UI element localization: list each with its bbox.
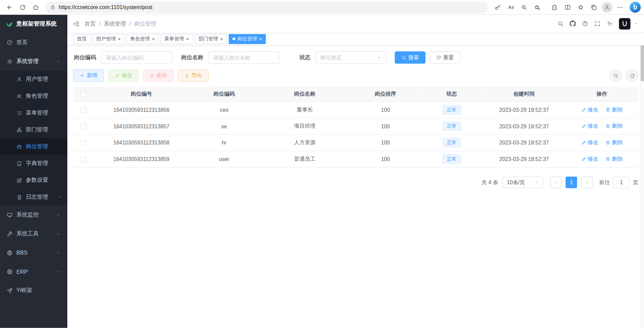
- row-edit-button[interactable]: 修改: [581, 139, 598, 146]
- row-checkbox[interactable]: [80, 157, 86, 162]
- post-name-input[interactable]: [208, 52, 279, 64]
- sidebar-item-param-settings[interactable]: 参数设置: [0, 172, 67, 189]
- avatar-caret-icon[interactable]: [634, 22, 638, 26]
- tab-post-management[interactable]: 岗位管理 ×: [229, 34, 266, 44]
- gear-icon: [7, 58, 13, 64]
- sidebar-toggle-button[interactable]: [73, 20, 80, 27]
- browser-password-button[interactable]: [492, 1, 504, 13]
- tab-home[interactable]: 首页: [73, 34, 90, 44]
- sidebar-item-post-management[interactable]: 岗位管理: [0, 138, 67, 155]
- row-delete-button[interactable]: 删除: [605, 155, 622, 163]
- row-delete-button[interactable]: 删除: [605, 123, 622, 130]
- sidebar-item-erp[interactable]: ERP: [0, 262, 67, 281]
- row-edit-button[interactable]: 修改: [581, 123, 598, 130]
- browser-back-button[interactable]: [3, 1, 16, 13]
- header-font-size-button[interactable]: [607, 21, 613, 27]
- tab-dept-management[interactable]: 部门管理 ×: [195, 34, 227, 44]
- edit-button[interactable]: 修改: [108, 69, 139, 82]
- page-size-value: 10条/页: [507, 178, 525, 186]
- browser-favorites-button[interactable]: [575, 1, 587, 13]
- reset-button[interactable]: 重置: [430, 52, 461, 64]
- prev-page-button[interactable]: [550, 176, 562, 188]
- tab-role-management[interactable]: 角色管理 ×: [127, 34, 159, 44]
- browser-zoom-button[interactable]: [518, 1, 530, 13]
- reset-button-label: 重置: [443, 54, 454, 61]
- browser-extensions-button[interactable]: [548, 1, 561, 13]
- page-size-select[interactable]: 10条/页: [502, 176, 543, 188]
- globe-icon: [7, 250, 13, 256]
- row-delete-button[interactable]: 删除: [605, 139, 622, 146]
- row-delete-button[interactable]: 删除: [605, 106, 622, 113]
- row-checkbox[interactable]: [80, 140, 86, 146]
- browser-add-favorite-button[interactable]: [531, 1, 543, 13]
- breadcrumb-home[interactable]: 首页: [84, 20, 96, 27]
- sidebar-item-log-management[interactable]: 日志管理: [0, 189, 67, 205]
- current-page-button[interactable]: 1: [566, 176, 577, 188]
- chevron-down-icon: [56, 269, 61, 274]
- tab-user-management[interactable]: 用户管理 ×: [93, 34, 125, 44]
- goto-page-input[interactable]: [613, 176, 630, 188]
- sidebar-item-dict-management[interactable]: 字典管理: [0, 155, 67, 172]
- search-button[interactable]: 搜索: [395, 52, 426, 64]
- page-scrollbar[interactable]: [640, 15, 644, 328]
- bing-icon[interactable]: b: [630, 2, 641, 13]
- browser-collections-button[interactable]: [588, 1, 600, 13]
- row-edit-label: 修改: [587, 123, 598, 130]
- tab-close-icon[interactable]: ×: [152, 36, 155, 41]
- refresh-table-button[interactable]: [626, 69, 638, 82]
- collections-icon: [590, 4, 597, 11]
- browser-read-aloud-button[interactable]: [505, 1, 517, 13]
- status-select[interactable]: 岗位状态: [315, 52, 386, 64]
- sidebar-item-yi-framework[interactable]: Yi框架: [0, 281, 67, 300]
- header-help-button[interactable]: [582, 21, 588, 27]
- sidebar-item-bbs[interactable]: BBS: [0, 243, 67, 262]
- browser-profile-button[interactable]: [602, 2, 612, 12]
- filter-status: 状态 岗位状态: [287, 52, 386, 64]
- row-checkbox[interactable]: [80, 124, 86, 129]
- site-lock-icon: [50, 4, 56, 10]
- browser-home-button[interactable]: [30, 1, 42, 13]
- download-icon: [184, 73, 190, 78]
- header-post-id: 岗位编号: [94, 87, 189, 101]
- tab-label: 部门管理: [198, 35, 218, 42]
- browser-refresh-button[interactable]: [16, 1, 29, 13]
- breadcrumb-system[interactable]: 系统管理: [104, 20, 126, 27]
- select-all-checkbox[interactable]: [80, 91, 86, 97]
- refresh-icon: [436, 55, 441, 60]
- sidebar-item-system-monitor[interactable]: 系统监控: [0, 205, 67, 224]
- header-fullscreen-button[interactable]: [594, 21, 600, 27]
- question-icon: [582, 21, 588, 27]
- header-search-button[interactable]: [557, 21, 564, 27]
- sidebar-item-role-management[interactable]: 角色管理: [0, 88, 67, 104]
- tab-close-icon[interactable]: ×: [220, 36, 223, 41]
- sidebar-item-user-management[interactable]: 用户管理: [0, 71, 67, 88]
- row-edit-button[interactable]: 修改: [581, 155, 598, 163]
- trash-icon: [149, 73, 155, 78]
- browser-more-button[interactable]: [614, 1, 626, 13]
- app-logo[interactable]: 意框架管理系统: [0, 15, 67, 33]
- sidebar-item-dept-management[interactable]: 部门管理: [0, 121, 67, 138]
- header-github-button[interactable]: [570, 21, 576, 27]
- sidebar-item-system-tools[interactable]: 系统工具: [0, 224, 67, 243]
- post-code-input[interactable]: [101, 52, 172, 64]
- tab-close-icon[interactable]: ×: [259, 36, 262, 41]
- tab-close-icon[interactable]: ×: [186, 36, 189, 41]
- browser-split-screen-button[interactable]: [562, 1, 574, 13]
- next-page-button[interactable]: [581, 176, 592, 188]
- sidebar-item-home[interactable]: 首页: [0, 33, 67, 52]
- user-avatar[interactable]: [619, 18, 631, 29]
- tab-menu-management[interactable]: 菜单管理 ×: [161, 34, 193, 44]
- sidebar-item-menu-management[interactable]: 菜单管理: [0, 104, 67, 121]
- delete-button[interactable]: 删除: [143, 69, 174, 82]
- address-bar[interactable]: https://ccnetcore.com:1101/system/post: [45, 1, 488, 13]
- row-checkbox[interactable]: [80, 107, 86, 113]
- menu-label: 字典管理: [26, 160, 48, 167]
- sidebar-item-system-management[interactable]: 系统管理: [0, 52, 67, 71]
- toggle-search-button[interactable]: [610, 69, 622, 82]
- row-edit-button[interactable]: 修改: [581, 106, 598, 113]
- export-button[interactable]: 导出: [178, 69, 209, 82]
- plus-icon: [80, 73, 85, 78]
- chevron-down-icon: [56, 231, 61, 236]
- tab-close-icon[interactable]: ×: [118, 36, 121, 41]
- add-button[interactable]: 新增: [73, 69, 104, 82]
